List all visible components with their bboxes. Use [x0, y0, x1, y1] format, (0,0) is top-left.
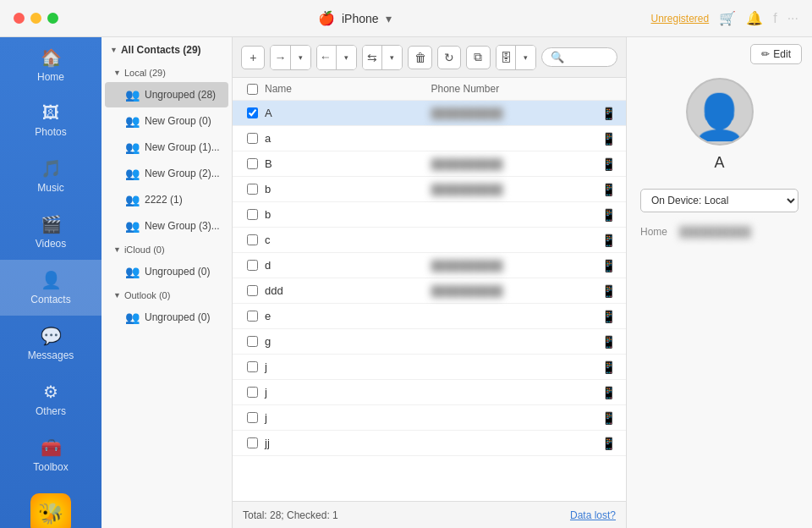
row-checkbox-area[interactable]	[239, 158, 265, 169]
icloud-header[interactable]: ▼ iCloud (0)	[102, 239, 232, 258]
local-label: Local (29)	[124, 68, 166, 78]
home-icon: 🏠	[41, 47, 62, 68]
contact-name: c	[265, 234, 431, 246]
group-2222[interactable]: 👥 2222 (1)	[105, 187, 228, 212]
edit-button[interactable]: ✏ Edit	[750, 44, 802, 64]
source-select[interactable]: On Device: Local iCloud Outlook	[640, 189, 798, 212]
row-checkbox[interactable]	[247, 260, 258, 271]
table-row[interactable]: b 📱	[233, 202, 626, 228]
copy-button[interactable]: ⧉	[466, 46, 490, 69]
row-checkbox[interactable]	[247, 412, 258, 423]
sidebar-item-toolbox[interactable]: 🧰 Toolbox	[0, 427, 102, 483]
row-checkbox[interactable]	[247, 158, 258, 169]
table-row[interactable]: B ██████████ 📱	[233, 151, 626, 177]
sidebar-item-contacts[interactable]: 👤 Contacts	[0, 260, 102, 316]
sidebar-item-photos[interactable]: 🖼 Photos	[0, 93, 102, 148]
row-checkbox[interactable]	[247, 311, 258, 322]
select-all-checkbox[interactable]	[247, 84, 258, 95]
row-checkbox[interactable]	[247, 361, 258, 372]
sidebar-item-home[interactable]: 🏠 Home	[0, 37, 102, 93]
detail-source[interactable]: On Device: Local iCloud Outlook	[640, 189, 798, 212]
import-button[interactable]: →	[271, 46, 290, 69]
outlook-header[interactable]: ▼ Outlook (0)	[102, 285, 232, 304]
sidebar-item-messages[interactable]: 💬 Messages	[0, 316, 102, 371]
data-lost-link[interactable]: Data lost?	[570, 509, 616, 521]
group-new-0[interactable]: 👥 New Group (0)	[105, 108, 228, 134]
minimize-button[interactable]	[30, 13, 41, 24]
maximize-button[interactable]	[47, 13, 58, 24]
row-checkbox-area[interactable]	[239, 133, 265, 144]
dropdown-arrow-icon[interactable]: ▾	[386, 12, 392, 25]
photos-icon: 🖼	[42, 103, 59, 123]
row-checkbox-area[interactable]	[239, 311, 265, 322]
app-branding: 🐝 AnyMP4 iPhone Transfer Pro for Mac	[0, 483, 102, 528]
table-row[interactable]: a 📱	[233, 126, 626, 151]
table-row[interactable]: b ██████████ 📱	[233, 177, 626, 202]
table-row[interactable]: g 📱	[233, 329, 626, 355]
row-checkbox[interactable]	[247, 336, 258, 347]
sidebar-item-others[interactable]: ⚙ Others	[0, 371, 102, 427]
export-button[interactable]: ↓	[317, 46, 337, 69]
transfer-button[interactable]: ⇆	[363, 46, 382, 69]
table-row[interactable]: j 📱	[233, 405, 626, 431]
transfer-dropdown[interactable]: ▾	[382, 46, 402, 69]
unregistered-link[interactable]: Unregistered	[651, 13, 710, 25]
table-row[interactable]: jj 📱	[233, 431, 626, 456]
group-outlook-ungrouped[interactable]: 👥 Ungrouped (0)	[105, 305, 228, 330]
archive-dropdown[interactable]: ▾	[516, 46, 535, 69]
export-dropdown[interactable]: ▾	[337, 46, 356, 69]
table-row[interactable]: ddd ██████████ 📱	[233, 278, 626, 304]
table-row[interactable]: e 📱	[233, 304, 626, 329]
row-checkbox-area[interactable]	[239, 107, 265, 118]
delete-button[interactable]: 🗑	[408, 46, 431, 69]
row-checkbox-area[interactable]	[239, 437, 265, 448]
row-checkbox-area[interactable]	[239, 412, 265, 423]
export-button-group: ↓ ▾	[316, 45, 357, 70]
import-dropdown[interactable]: ▾	[291, 46, 310, 69]
table-row[interactable]: j 📱	[233, 355, 626, 380]
table-row[interactable]: A ██████████ 📱	[233, 101, 626, 126]
close-button[interactable]	[14, 13, 25, 24]
row-checkbox-area[interactable]	[239, 336, 265, 347]
table-row[interactable]: d ██████████ 📱	[233, 253, 626, 278]
row-checkbox[interactable]	[247, 133, 258, 144]
row-checkbox[interactable]	[247, 437, 258, 448]
row-checkbox[interactable]	[247, 184, 258, 195]
archive-button[interactable]: 🗄	[497, 46, 516, 69]
group-new-3[interactable]: 👥 New Group (3)...	[105, 213, 228, 239]
search-input[interactable]	[568, 52, 623, 63]
row-checkbox-area[interactable]	[239, 234, 265, 245]
add-button[interactable]: +	[241, 46, 265, 69]
row-checkbox[interactable]	[247, 107, 258, 118]
row-checkbox-area[interactable]	[239, 285, 265, 296]
transfer-dropdown-icon: ▾	[390, 53, 394, 62]
table-row[interactable]: j 📱	[233, 380, 626, 405]
cart-icon[interactable]: 🛒	[719, 10, 736, 26]
row-checkbox[interactable]	[247, 387, 258, 398]
sidebar-item-videos[interactable]: 🎬 Videos	[0, 204, 102, 260]
local-header[interactable]: ▼ Local (29)	[102, 63, 232, 81]
table-row[interactable]: c 📱	[233, 228, 626, 253]
group-ungrouped[interactable]: 👥 Ungrouped (28)	[105, 82, 228, 107]
row-checkbox-area[interactable]	[239, 260, 265, 271]
row-checkbox[interactable]	[247, 285, 258, 296]
bell-icon[interactable]: 🔔	[746, 10, 763, 26]
menu-icon[interactable]: ···	[787, 11, 798, 26]
search-box[interactable]: 🔍	[541, 47, 617, 67]
row-checkbox-area[interactable]	[239, 184, 265, 195]
row-checkbox-area[interactable]	[239, 387, 265, 398]
facebook-icon[interactable]: f	[773, 11, 776, 26]
select-all-checkbox-area[interactable]	[239, 84, 265, 95]
group-new-1[interactable]: 👥 New Group (1)...	[105, 135, 228, 160]
import-button-group: → ▾	[270, 45, 310, 70]
all-contacts-header[interactable]: ▼ All Contacts (29)	[102, 37, 232, 63]
avatar-silhouette: 👤	[692, 95, 747, 139]
group-new-2[interactable]: 👥 New Group (2)...	[105, 161, 228, 186]
group-icloud-ungrouped[interactable]: 👥 Ungrouped (0)	[105, 259, 228, 284]
row-checkbox[interactable]	[247, 234, 258, 245]
row-checkbox[interactable]	[247, 209, 258, 220]
row-checkbox-area[interactable]	[239, 361, 265, 372]
sidebar-item-music[interactable]: 🎵 Music	[0, 148, 102, 204]
row-checkbox-area[interactable]	[239, 209, 265, 220]
refresh-button[interactable]: ↻	[437, 46, 461, 69]
